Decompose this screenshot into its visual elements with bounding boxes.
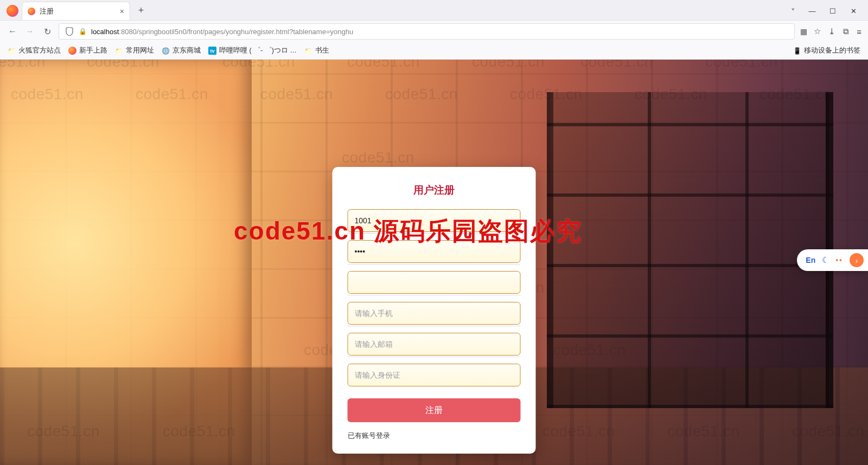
bookmark-label: 移动设备上的书签 (804, 46, 860, 55)
window-dropdown-icon[interactable]: ˅ (791, 7, 795, 17)
nav-back-button[interactable]: ← (7, 27, 18, 36)
idcard-field[interactable] (348, 364, 521, 386)
downloads-icon[interactable]: ⤓ (828, 27, 835, 36)
url-path: :8080/springbootil5n0/front/pages/yonghu… (119, 28, 353, 36)
nav-reload-button[interactable]: ↻ (41, 27, 53, 37)
email-field[interactable] (348, 333, 521, 356)
dark-mode-icon[interactable]: ☾ (822, 255, 829, 265)
bookmark-mobile[interactable]: 移动设备上的书签 (793, 46, 860, 55)
confirm-field[interactable] (348, 271, 521, 294)
bookmark-label: 常用网址 (126, 46, 154, 55)
page-viewport: code51.cn code51.cn code51.cn code51.cn … (0, 60, 868, 465)
tab-close-icon[interactable]: × (120, 7, 124, 16)
bilibili-icon (208, 47, 216, 55)
qr-icon[interactable]: ▦ (800, 27, 806, 36)
background-shelf (547, 92, 833, 408)
tab-strip: 注册 × + (0, 0, 791, 20)
window-minimize-button[interactable]: — (808, 7, 816, 17)
password-field[interactable] (348, 240, 521, 263)
url-text: localhost:8080/springbootil5n0/front/pag… (91, 28, 353, 36)
browser-tab[interactable]: 注册 × (22, 2, 130, 20)
more-dots-icon[interactable]: •• (835, 256, 843, 264)
url-host: localhost (91, 28, 119, 36)
folder-icon (115, 47, 123, 55)
folder-icon (8, 47, 16, 55)
expand-arrow-button[interactable]: › (850, 253, 864, 267)
bookmarks-toolbar: 火狐官方站点 新手上路 常用网址 京东商城 哔哩哔哩 ( ゜- ゜)つロ … 书… (0, 42, 868, 60)
lock-icon: 🔒 (79, 28, 87, 35)
bookmark-label: 书生 (315, 46, 329, 55)
address-bar: ← → ↻ 🔒 localhost:8080/springbootil5n0/f… (0, 21, 868, 42)
register-card: 用户注册 注册 已有账号登录 (333, 167, 536, 454)
lang-en-button[interactable]: En (806, 256, 815, 264)
window-maximize-button[interactable]: ☐ (829, 7, 837, 17)
new-tab-button[interactable]: + (133, 3, 149, 18)
tab-favicon-icon (28, 8, 35, 15)
nav-forward-button[interactable]: → (24, 27, 36, 36)
globe-icon (162, 47, 170, 55)
extensions-icon[interactable]: ⧉ (843, 27, 849, 36)
url-input[interactable]: 🔒 localhost:8080/springbootil5n0/front/p… (59, 23, 795, 40)
tab-title: 注册 (40, 7, 54, 16)
firefox-icon (68, 47, 76, 55)
bookmark-star-icon[interactable]: ☆ (814, 27, 821, 36)
bookmark-item[interactable]: 新手上路 (68, 46, 107, 55)
bookmark-label: 哔哩哔哩 ( ゜- ゜)つロ … (219, 46, 297, 55)
browser-titlebar: 注册 × + ˅ — ☐ ✕ (0, 0, 868, 21)
username-field[interactable] (348, 209, 521, 232)
register-button[interactable]: 注册 (348, 398, 521, 422)
tracking-shield-icon[interactable] (65, 27, 74, 36)
login-link[interactable]: 已有账号登录 (348, 431, 390, 441)
mobile-icon (793, 47, 801, 55)
bookmark-label: 新手上路 (79, 46, 107, 55)
app-menu-button[interactable]: ≡ (857, 27, 861, 36)
phone-field[interactable] (348, 302, 521, 325)
bookmark-item[interactable]: 哔哩哔哩 ( ゜- ゜)つロ … (208, 46, 297, 55)
card-title: 用户注册 (348, 183, 521, 197)
bookmark-item[interactable]: 京东商城 (162, 46, 201, 55)
addrbar-right: ▦ ☆ ⤓ ⧉ ≡ (800, 27, 861, 36)
bookmark-item[interactable]: 火狐官方站点 (8, 46, 61, 55)
firefox-logo-icon (7, 5, 18, 17)
window-close-button[interactable]: ✕ (850, 7, 857, 17)
bookmark-label: 火狐官方站点 (18, 46, 61, 55)
window-controls: ˅ — ☐ ✕ (791, 7, 868, 20)
folder-icon (304, 47, 312, 55)
bookmark-item[interactable]: 常用网址 (115, 46, 154, 55)
bookmark-item[interactable]: 书生 (304, 46, 329, 55)
float-toolbar: En ☾ •• › (797, 249, 868, 271)
bookmark-label: 京东商城 (173, 46, 201, 55)
